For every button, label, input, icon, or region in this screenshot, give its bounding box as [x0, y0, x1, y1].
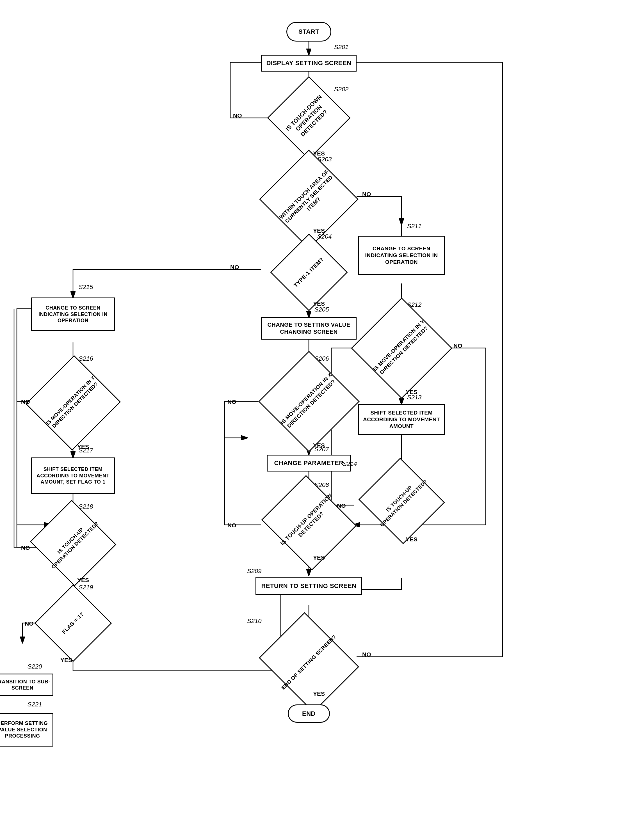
end-of-setting-node: END OF SETTING SCREEN?	[270, 630, 348, 694]
movex-no-label: NO	[227, 399, 236, 405]
move-y-s216-node: IS MOVE-OPERATION IN Y DIRECTION DETECTE…	[39, 368, 107, 438]
type1-no-label: NO	[230, 264, 239, 271]
perform-setting-node: PERFORM SETTING VALUE SELECTION PROCESSI…	[0, 713, 53, 746]
touchdown-no-label: NO	[233, 112, 242, 119]
s216-label: S216	[78, 355, 93, 362]
s217-label: S217	[78, 447, 93, 454]
within-touch-area-node: WITHIN TOUCH AREA OF CURRENTLY SELECTED …	[272, 166, 345, 233]
end-node: END	[288, 704, 330, 723]
endsetting-yes-label: YES	[313, 690, 325, 697]
flowchart: START S201 DISPLAY SETTING SCREEN S202 I…	[0, 0, 623, 840]
s201-label: S201	[334, 43, 348, 51]
touchup208-no-label: NO	[227, 522, 236, 529]
return-setting-node: RETURN TO SETTING SCREEN	[255, 577, 362, 595]
s207-label: S207	[315, 446, 329, 453]
shift-selected-s217-node: SHIFT SELECTED ITEM ACCORDING TO MOVEMEN…	[31, 457, 115, 494]
transition-subscreen-node: TRANSITION TO SUB-SCREEN	[0, 674, 53, 696]
s211-label: S211	[407, 222, 421, 230]
type1-item-node: TYPE-1 ITEM?	[281, 244, 337, 300]
s209-label: S209	[247, 567, 261, 575]
display-setting-node: DISPLAY SETTING SCREEN	[261, 55, 356, 72]
s220-label: S220	[28, 663, 42, 670]
flag-eq-1-node: FLAG = 1?	[45, 595, 101, 651]
s221-label: S221	[28, 701, 42, 708]
endsetting-no-label: NO	[362, 651, 371, 658]
touchup218-yes-label: YES	[77, 577, 89, 584]
movey212-no-label: NO	[453, 342, 462, 349]
move-y-s212-node: IS MOVE-OPERATION IN Y DIRECTION DETECTE…	[365, 311, 438, 385]
s205-label: S205	[315, 306, 329, 313]
touchup218-no-label: NO	[21, 544, 30, 551]
is-touchdown-node: IS TOUCH-DOWN OPERATION DETECTED?	[278, 90, 340, 146]
change-setting-value-node: CHANGE TO SETTING VALUE CHANGING SCREEN	[261, 317, 356, 340]
toucharea-no-label: NO	[362, 191, 371, 198]
flag-no-label: NO	[25, 620, 34, 627]
is-touchup-208-node: IS TOUCH-UP OPERATION DETECTED?	[272, 491, 345, 553]
start-node: START	[286, 22, 331, 41]
shift-selected-s213-node: SHIFT SELECTED ITEM ACCORDING TO MOVEMEN…	[358, 404, 445, 435]
s215-label: S215	[78, 284, 93, 291]
s213-label: S213	[407, 394, 421, 401]
s210-label: S210	[247, 618, 261, 625]
is-touchup-214-node: IS TOUCH-UP OPERATION DETECTED?	[369, 472, 434, 530]
flag-yes-label: YES	[60, 657, 72, 664]
touchup208-yes-label: YES	[313, 554, 325, 561]
s219-label: S219	[78, 584, 93, 591]
s214-label: S214	[342, 460, 357, 468]
change-screen-s215-node: CHANGE TO SCREEN INDICATING SELECTION IN…	[31, 297, 115, 331]
touchup214-yes-label: YES	[406, 536, 417, 543]
is-touchup-218-node: IS TOUCH-UP OPERATION DETECTED?	[41, 514, 105, 573]
touchup214-no-label: NO	[337, 502, 346, 509]
move-x-node: IS MOVE-OPERATION IN X DIRECTION DETECTE…	[272, 365, 345, 438]
change-param-node: CHANGE PARAMETER	[267, 455, 351, 472]
s204-label: S204	[317, 233, 331, 240]
change-screen-s211-node: CHANGE TO SCREEN INDICATING SELECTION IN…	[358, 236, 445, 275]
movey216-no-label: NO	[21, 399, 30, 405]
